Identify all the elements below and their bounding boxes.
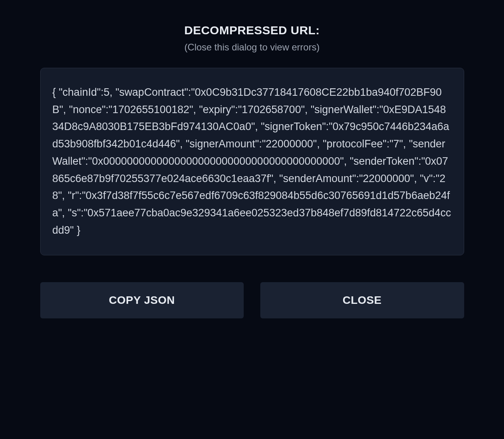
close-button[interactable]: CLOSE [260,282,464,318]
copy-json-button[interactable]: COPY JSON [40,282,244,318]
json-content-text: { "chainId":5, "swapContract":"0x0C9b31D… [52,84,452,239]
dialog-title: DECOMPRESSED URL: [184,24,320,37]
json-content-box: { "chainId":5, "swapContract":"0x0C9b31D… [40,68,464,255]
dialog-subtitle: (Close this dialog to view errors) [185,42,320,53]
decompressed-url-dialog: DECOMPRESSED URL: (Close this dialog to … [40,24,464,318]
button-row: COPY JSON CLOSE [40,282,464,318]
